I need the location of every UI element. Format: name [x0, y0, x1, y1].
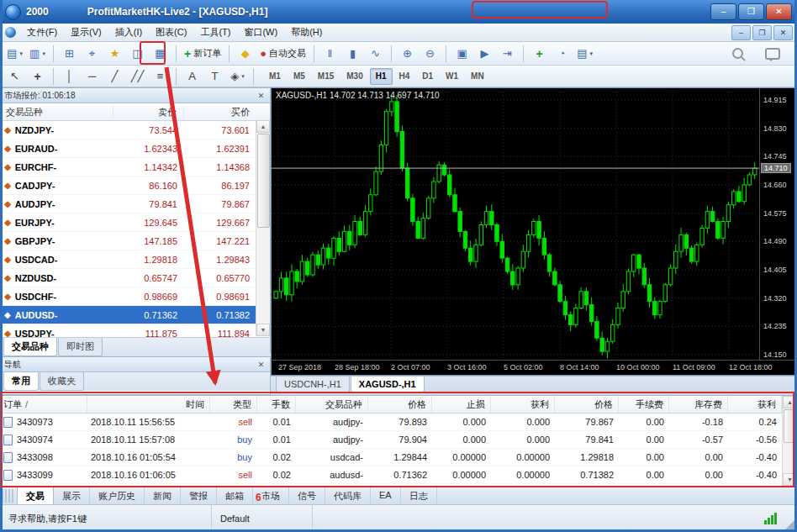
price-axis[interactable]: 14.710 14.91514.83014.74514.66014.57514.…: [759, 88, 796, 361]
auto-scroll-button[interactable]: ▶: [473, 45, 496, 63]
terminal-column-header[interactable]: 获利: [491, 396, 555, 413]
menu-item-window[interactable]: 窗口(W): [237, 24, 284, 41]
timeframe-mn[interactable]: MN: [465, 68, 490, 85]
time-axis[interactable]: 27 Sep 201828 Sep 18:002 Oct 07:003 Oct …: [272, 360, 796, 375]
templates-button[interactable]: ▤▾: [573, 45, 596, 63]
candlestick-button[interactable]: ▮: [341, 45, 364, 63]
channel-button[interactable]: ╱╱: [126, 67, 149, 86]
terminal-column-header[interactable]: 获利: [728, 396, 782, 413]
close-button[interactable]: ✕: [766, 3, 792, 20]
shapes-button[interactable]: ◈▾: [226, 67, 249, 86]
status-profile[interactable]: Default: [212, 505, 313, 532]
close-icon[interactable]: ✕: [256, 359, 267, 370]
scroll-thumb[interactable]: [257, 134, 270, 228]
cursor-button[interactable]: ↖: [3, 67, 26, 86]
market-watch-row[interactable]: ◆CADJPY-86.16086.197: [1, 176, 270, 195]
titlebar[interactable]: 2000 ProfitMarketHK-Live2 - [XAGUSD-,H1]…: [0, 0, 797, 24]
scroll-down-icon[interactable]: ▼: [256, 324, 270, 336]
zoom-in-button[interactable]: ⊕: [396, 45, 419, 63]
tile-windows-button[interactable]: ▣: [451, 45, 473, 63]
order-row[interactable]: 34309732018.10.11 15:56:55sell0.01audjpy…: [0, 413, 797, 431]
bar-chart-button[interactable]: ǁ: [319, 45, 341, 63]
periods-button[interactable]: ◔: [551, 45, 573, 63]
navigator-button[interactable]: ★: [103, 45, 126, 63]
terminal-scrollbar[interactable]: ▲ ▼: [782, 396, 797, 486]
market-watch-row[interactable]: ◆USDCAD-1.298181.29843: [1, 250, 270, 269]
timeframe-m15[interactable]: M15: [312, 68, 340, 85]
menu-item-view[interactable]: 显示(V): [64, 24, 108, 41]
terminal-column-header[interactable]: 价格: [368, 396, 432, 413]
tab-signals[interactable]: 信号: [289, 487, 325, 506]
search-button[interactable]: [726, 45, 749, 63]
timeframe-m1[interactable]: M1: [263, 68, 287, 85]
tab-alerts[interactable]: 警报: [181, 487, 217, 506]
profiles-button[interactable]: ▥▾: [26, 45, 49, 63]
menu-item-charts[interactable]: 图表(C): [149, 24, 193, 41]
terminal-column-header[interactable]: 类型: [210, 396, 257, 413]
minimize-button[interactable]: –: [710, 3, 736, 20]
new-order-button[interactable]: +新订单: [181, 45, 224, 63]
scroll-up-icon[interactable]: ▲: [783, 396, 797, 408]
chart-shift-button[interactable]: ⇥: [496, 45, 519, 63]
new-chart-button[interactable]: ▤▾: [3, 45, 26, 63]
timeframe-d1[interactable]: D1: [416, 68, 439, 85]
tab-exposure[interactable]: 展示: [54, 487, 90, 506]
market-watch-scrollbar[interactable]: ▲ ▼: [256, 120, 270, 336]
data-window-button[interactable]: ⌖: [81, 45, 103, 63]
order-row[interactable]: 34330982018.10.16 01:05:54buy0.02usdcad-…: [0, 449, 797, 466]
menu-item-tools[interactable]: 工具(T): [193, 24, 237, 41]
tab-favorites[interactable]: 收藏夹: [40, 372, 84, 391]
line-chart-button[interactable]: ∿: [364, 45, 387, 63]
terminal-button[interactable]: ◫: [126, 45, 149, 63]
column-ask[interactable]: 买价: [184, 106, 256, 119]
close-icon[interactable]: ✕: [256, 90, 267, 101]
tab-news[interactable]: 新闻: [145, 487, 181, 506]
menu-item-file[interactable]: 文件(F): [20, 24, 64, 41]
market-watch-header[interactable]: 市场报价: 01:06:18 ✕: [1, 88, 270, 103]
terminal-column-header[interactable]: 价格: [555, 396, 619, 413]
indicators-button[interactable]: +: [528, 45, 551, 63]
terminal-column-header[interactable]: 时间: [87, 396, 210, 413]
trendline-button[interactable]: ╱: [103, 67, 126, 86]
metaeditor-button[interactable]: ◆: [234, 45, 256, 63]
column-bid[interactable]: 卖价: [113, 106, 184, 119]
terminal-column-header[interactable]: 交易品种: [296, 396, 368, 413]
vertical-line-button[interactable]: │: [58, 67, 81, 86]
terminal-column-header[interactable]: 手数: [257, 396, 296, 413]
timeframe-m5[interactable]: M5: [288, 68, 311, 85]
market-watch-row[interactable]: ◆USDCHF-0.986690.98691: [1, 287, 270, 306]
label-button[interactable]: T: [203, 67, 226, 86]
market-watch-row[interactable]: ◆NZDUSD-0.657470.65770: [1, 269, 270, 287]
strategy-tester-button[interactable]: ▦: [149, 45, 172, 63]
timeframe-w1[interactable]: W1: [440, 68, 464, 85]
market-watch-row[interactable]: ◆USDJPY-111.875111.894: [1, 324, 270, 337]
market-watch-row[interactable]: ◆NZDJPY-73.54473.601: [1, 121, 270, 140]
terminal-column-header[interactable]: 订单/: [0, 396, 87, 413]
order-row[interactable]: 34330992018.10.16 01:06:05sell0.02audusd…: [0, 466, 797, 484]
tab-market[interactable]: 市场: [253, 487, 289, 506]
tab-journal[interactable]: 日志: [401, 487, 437, 506]
scroll-thumb[interactable]: [784, 409, 796, 443]
market-watch-row[interactable]: ◆GBPJPY-147.185147.221: [1, 232, 270, 250]
terminal-column-header[interactable]: 止损: [432, 396, 491, 413]
tab-symbols[interactable]: 交易品种: [3, 338, 57, 356]
market-watch-row[interactable]: ◆EURAUD-1.623431.62391: [1, 140, 270, 158]
chart-minimize-button[interactable]: –: [731, 25, 751, 40]
market-watch-row[interactable]: ◆AUDUSD-0.713620.71382: [1, 306, 270, 324]
menu-item-help[interactable]: 帮助(H): [284, 24, 329, 41]
fibonacci-button[interactable]: ≡: [149, 67, 172, 86]
horizontal-line-button[interactable]: ─: [81, 67, 103, 86]
terminal-column-header[interactable]: 手续费: [619, 396, 669, 413]
navigator-header[interactable]: 导航 ✕: [1, 357, 270, 372]
market-watch-row[interactable]: ◆EURCHF-1.143421.14368: [1, 158, 270, 176]
crosshair-button[interactable]: +: [26, 67, 49, 86]
chart-window[interactable]: XAGUSD-,H1 14.702 14.713 14.697 14.710 1…: [271, 87, 797, 376]
scroll-down-icon[interactable]: ▼: [783, 473, 797, 486]
panel-grip[interactable]: [2, 489, 13, 503]
column-symbol[interactable]: 交易品种: [1, 106, 113, 119]
chart-tab-xagusd[interactable]: XAGUSD-,H1: [351, 377, 425, 392]
chart-tab-usdcnh[interactable]: USDCNH-,H1: [276, 377, 350, 392]
chart-close-button[interactable]: ✕: [773, 25, 793, 40]
tab-ea[interactable]: EA: [371, 487, 401, 503]
candlestick-chart[interactable]: [272, 88, 761, 361]
